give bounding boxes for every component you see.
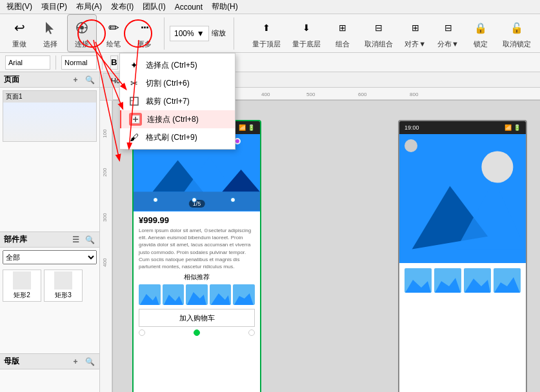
- svg-marker-36: [494, 277, 520, 293]
- master-panel: 母版 + 🔍: [0, 353, 99, 392]
- ungroup-button[interactable]: ⊟ 取消组合: [361, 15, 397, 52]
- master-search-button[interactable]: 🔍: [84, 356, 95, 368]
- menu-item-connect-point[interactable]: 连接点 (Ctrl+8): [120, 110, 235, 128]
- thumb-row: [139, 284, 255, 305]
- svg-point-32: [481, 152, 513, 183]
- phone-mockup-left[interactable]: 19:00 📶 🔋: [132, 120, 261, 392]
- thumb-2[interactable]: [163, 284, 185, 305]
- font-style-input[interactable]: [61, 55, 97, 70]
- right-thumb-1[interactable]: [405, 268, 432, 293]
- menu-view[interactable]: 视图(V): [3, 0, 36, 14]
- toolbar2-sep-1: [55, 55, 56, 70]
- lock-icon: 🔒: [470, 17, 491, 38]
- connect-icon: [72, 17, 92, 38]
- font-family-input[interactable]: [5, 55, 50, 70]
- thumb-1[interactable]: [139, 284, 161, 305]
- menu-item-format-brush[interactable]: 🖌 格式刷 (Ctrl+9): [120, 128, 235, 146]
- svg-marker-27: [211, 293, 230, 305]
- zoom-input[interactable]: 100% ▼: [170, 26, 209, 41]
- pages-panel-header: 页面 + 🔍: [0, 72, 99, 88]
- bring-to-top-button[interactable]: ⬆ 量于顶层: [248, 15, 285, 52]
- draw-button[interactable]: ✏ 绘笔: [99, 15, 128, 52]
- group-button[interactable]: ⊞ 组合: [328, 15, 357, 52]
- distribute-label: 分布▼: [437, 39, 459, 49]
- bottom-handles: [139, 329, 255, 336]
- right-phone-avatar: [405, 139, 417, 152]
- phone-status-bar-right: 19:00 📶 🔋: [399, 121, 526, 134]
- svg-marker-26: [187, 292, 206, 305]
- menu-item-select-point-label: 选择点 (Ctrl+5): [146, 60, 197, 71]
- components-category-select[interactable]: 全部: [3, 250, 97, 264]
- zoom-value: 100%: [174, 29, 194, 38]
- right-thumb-3[interactable]: [464, 268, 491, 293]
- redo-icon: ↩: [9, 17, 30, 38]
- svg-text:500: 500: [306, 92, 315, 97]
- more-button[interactable]: ··· 更多: [130, 15, 159, 52]
- page-item[interactable]: 页面1: [3, 90, 97, 142]
- svg-marker-34: [435, 278, 461, 293]
- more-label: 更多: [137, 39, 152, 49]
- thumb-5[interactable]: [233, 284, 255, 305]
- menu-help[interactable]: 帮助(H): [208, 0, 242, 14]
- components-list: 矩形2 矩形3: [0, 267, 99, 307]
- component-item-rect3[interactable]: 矩形3: [44, 270, 83, 302]
- right-phone-thumbs: [399, 263, 526, 298]
- selection-handle-1: [153, 197, 158, 202]
- menu-team[interactable]: 团队(I): [139, 0, 169, 14]
- menu-publish[interactable]: 发布(I): [107, 0, 137, 14]
- svg-text:100: 100: [102, 129, 108, 138]
- menu-item-select-point[interactable]: ✦ 选择点 (Ctrl+5): [120, 56, 235, 74]
- send-to-bottom-button[interactable]: ⬇ 量于底层: [288, 15, 325, 52]
- menu-account[interactable]: Account: [171, 1, 206, 13]
- component-item-rect2[interactable]: 矩形2: [3, 270, 41, 302]
- pages-add-button[interactable]: +: [70, 74, 81, 86]
- select-button[interactable]: 选择: [36, 15, 65, 52]
- menu-layout[interactable]: 布局(A): [72, 0, 106, 14]
- description-text: Lorem ipsum dolor sit amet, ⊙sectetur ad…: [139, 227, 255, 270]
- distribute-icon: ⊟: [438, 17, 459, 38]
- pages-search-button[interactable]: 🔍: [84, 74, 95, 86]
- svg-marker-24: [140, 294, 159, 305]
- phone-mockup-right[interactable]: 19:00 📶 🔋: [398, 120, 527, 392]
- components-search-button[interactable]: 🔍: [84, 234, 95, 246]
- menu-item-crop[interactable]: 裁剪 (Ctrl+7): [120, 92, 235, 110]
- zoom-label: 缩放: [212, 28, 226, 38]
- bold-button[interactable]: B: [110, 55, 118, 70]
- components-menu-button[interactable]: ☰: [70, 234, 81, 246]
- distribute-button[interactable]: ⊟ 分布▼: [434, 15, 463, 52]
- draw-icon: ✏: [103, 17, 124, 38]
- svg-rect-38: [130, 97, 138, 105]
- align-label: 对齐▼: [405, 39, 426, 49]
- page-thumbnail: [3, 103, 96, 141]
- unlock-label: 取消锁定: [503, 39, 531, 49]
- selection-handle-2: [192, 197, 197, 202]
- right-thumb-2[interactable]: [434, 268, 461, 293]
- svg-text:400: 400: [261, 92, 270, 97]
- right-thumb-4[interactable]: [494, 268, 521, 293]
- thumb-3[interactable]: [186, 284, 208, 305]
- svg-text:600: 600: [358, 92, 367, 97]
- status-time-right: 19:00: [405, 124, 419, 131]
- dropdown-menu: ✦ 选择点 (Ctrl+5) ✂ 切割 (Ctrl+6) 裁剪 (Ctrl+7)…: [119, 53, 235, 150]
- master-add-button[interactable]: +: [70, 356, 81, 368]
- connect-point-icon: [129, 113, 142, 126]
- redo-button[interactable]: ↩ 重做: [5, 15, 34, 52]
- toolbar: ↩ 重做 选择 连接 ✏ 绘笔 ··· 更多 100%: [0, 14, 540, 53]
- menu-project[interactable]: 项目(P): [37, 0, 71, 14]
- menu-item-cut[interactable]: ✂ 切割 (Ctrl+6): [120, 74, 235, 92]
- thumb-4[interactable]: [210, 284, 232, 305]
- lock-button[interactable]: 🔒 锁定: [466, 15, 495, 52]
- component-row-1: 矩形2 矩形3: [3, 270, 97, 302]
- zoom-control-group: 100% ▼ 缩放: [170, 26, 226, 41]
- ungroup-label: 取消组合: [365, 39, 393, 49]
- select-icon: [40, 17, 61, 38]
- add-to-cart-button[interactable]: 加入购物车: [139, 309, 255, 327]
- select-point-icon: ✦: [128, 59, 141, 72]
- format-brush-icon: 🖌: [128, 131, 141, 144]
- align-button[interactable]: ⊞ 对齐▼: [401, 15, 430, 52]
- connect-button[interactable]: 连接: [67, 14, 97, 52]
- unlock-button[interactable]: 🔓 取消锁定: [499, 15, 535, 52]
- redo-label: 重做: [12, 39, 26, 49]
- bring-top-label: 量于顶层: [252, 39, 281, 49]
- zoom-dropdown-icon[interactable]: ▼: [197, 29, 205, 38]
